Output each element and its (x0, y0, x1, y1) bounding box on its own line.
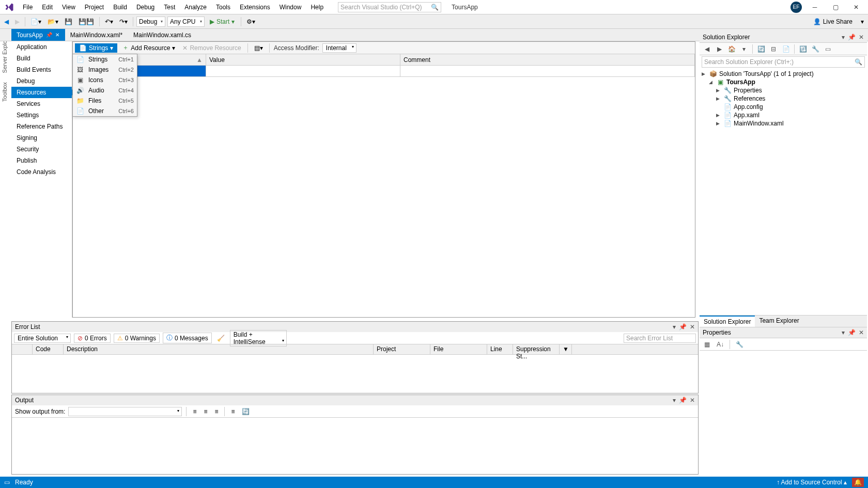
menu-view[interactable]: View (58, 2, 80, 13)
se-preview[interactable]: ▭ (823, 44, 833, 54)
dd-images[interactable]: 🖼ImagesCtrl+2 (73, 65, 137, 75)
menu-file[interactable]: File (19, 2, 37, 13)
expand-icon[interactable]: ▶ (716, 113, 721, 118)
undo-button[interactable]: ↶▾ (103, 17, 115, 26)
se-fwd[interactable]: ▶ (714, 44, 724, 54)
pin-icon[interactable]: 📌 (848, 34, 856, 41)
el-col-icon[interactable] (12, 344, 33, 354)
redo-button[interactable]: ↷▾ (117, 17, 130, 26)
access-modifier-select[interactable]: Internal (322, 43, 357, 53)
tab-toursapp[interactable]: ToursApp 📌 ✕ (11, 29, 65, 41)
tab-mainwindow-xaml-cs[interactable]: MainWindow.xaml.cs (128, 29, 197, 41)
live-share-button[interactable]: 👤 Live Share (809, 17, 857, 26)
user-avatar[interactable]: EF (791, 2, 802, 13)
se-showall[interactable]: 📄 (781, 44, 791, 54)
se-collapse[interactable]: ⊟ (768, 44, 779, 54)
save-all-button[interactable]: 💾💾 (76, 17, 96, 26)
tree-properties[interactable]: ▶🔧Properties (702, 86, 865, 95)
build-intellisense-select[interactable]: Build + IntelliSense (230, 330, 287, 347)
menu-project[interactable]: Project (81, 2, 108, 13)
value-cell[interactable] (206, 66, 400, 76)
prop-tab-publish[interactable]: Publish (11, 155, 72, 166)
el-col-file[interactable]: File (430, 344, 487, 354)
rail-toolbox[interactable]: Toolbox (0, 77, 11, 106)
menu-window[interactable]: Window (275, 2, 306, 13)
el-col-line[interactable]: Line (487, 344, 513, 354)
notifications-icon[interactable]: 🔔 (852, 478, 864, 487)
dd-strings[interactable]: 📄StringsCtrl+1 (73, 54, 137, 65)
expand-icon[interactable]: ▶ (702, 71, 707, 76)
tree-app-config[interactable]: 📄App.config (702, 103, 865, 111)
prop-tab-debug[interactable]: Debug (11, 75, 72, 87)
expand-icon[interactable]: ▶ (716, 121, 721, 126)
project-node[interactable]: ◢ ▣ ToursApp (702, 78, 865, 86)
el-col-suppression-st---[interactable]: Suppression St... (513, 344, 560, 354)
warnings-filter[interactable]: ⚠0 Warnings (114, 334, 160, 343)
menu-analyze[interactable]: Analyze (180, 2, 211, 13)
comment-cell[interactable] (400, 66, 695, 76)
se-home[interactable]: 🏠 (726, 44, 737, 54)
se-sync[interactable]: 🔄 (756, 44, 766, 54)
col-comment-header[interactable]: Comment (400, 54, 695, 65)
dropdown-icon[interactable]: ▾ (673, 397, 676, 404)
dd-files[interactable]: 📁FilesCtrl+5 (73, 96, 137, 106)
dropdown-icon[interactable]: ▾ (673, 323, 676, 330)
out-btn-1[interactable]: ≡ (191, 407, 198, 416)
step-button[interactable]: ⚙▾ (244, 17, 257, 26)
resource-grid-row[interactable]: ▶* (73, 66, 695, 77)
pin-icon[interactable]: 📌 (848, 329, 856, 336)
out-btn-4[interactable]: ≡ (229, 407, 237, 416)
prop-tab-build-events[interactable]: Build Events (11, 64, 72, 75)
prop-tab-settings[interactable]: Settings (11, 109, 72, 121)
minimize-button[interactable]: ─ (807, 2, 823, 13)
close-icon[interactable]: ✕ (55, 32, 59, 38)
prop-tab-code-analysis[interactable]: Code Analysis (11, 166, 72, 178)
close-icon[interactable]: ✕ (690, 323, 695, 330)
resource-type-button[interactable]: 📄 Strings ▾ (75, 43, 117, 53)
save-button[interactable]: 💾 (63, 17, 74, 26)
tab-mainwindow-xaml-[interactable]: MainWindow.xaml* (65, 29, 128, 41)
el-col-project[interactable]: Project (374, 344, 430, 354)
menu-help[interactable]: Help (306, 2, 328, 13)
new-project-button[interactable]: 📄▾ (28, 17, 43, 26)
search-box[interactable]: Search Visual Studio (Ctrl+Q) 🔍 (338, 2, 441, 12)
maximize-button[interactable]: ▢ (828, 2, 843, 13)
out-btn-3[interactable]: ≡ (212, 407, 220, 416)
add-resource-button[interactable]: ＋ Add Resource ▾ (120, 42, 177, 53)
se-refresh[interactable]: 🔃 (798, 44, 808, 54)
filter-icon[interactable]: ▼ (560, 344, 572, 354)
tree-mainwindow-xaml[interactable]: ▶📄MainWindow.xaml (702, 119, 865, 128)
view-button[interactable]: ▤▾ (252, 43, 265, 53)
prop-tab-reference-paths[interactable]: Reference Paths (11, 121, 72, 132)
output-source-select[interactable] (68, 407, 182, 416)
menu-build[interactable]: Build (109, 2, 131, 13)
nav-back-button[interactable]: ◀ (2, 17, 11, 26)
panel-tab-team-explorer[interactable]: Team Explorer (755, 316, 803, 327)
menu-edit[interactable]: Edit (38, 2, 57, 13)
prop-tab-build[interactable]: Build (11, 53, 72, 64)
pin-icon[interactable]: 📌 (679, 323, 687, 330)
se-back[interactable]: ◀ (702, 44, 712, 54)
expand-icon[interactable]: ▶ (716, 88, 721, 93)
menu-test[interactable]: Test (160, 2, 179, 13)
menu-extensions[interactable]: Extensions (236, 2, 274, 13)
dropdown-icon[interactable]: ▾ (842, 34, 845, 41)
el-col-code[interactable]: Code (33, 344, 64, 354)
expand-icon[interactable]: ◢ (709, 80, 714, 85)
errors-filter[interactable]: ⊘0 Errors (74, 334, 111, 343)
alpha-button[interactable]: A↓ (715, 339, 725, 350)
se-props[interactable]: 🔧 (810, 44, 820, 54)
panel-tab-solution-explorer[interactable]: Solution Explorer (700, 316, 755, 327)
expand-icon[interactable]: ▶ (716, 96, 721, 101)
solution-search[interactable]: Search Solution Explorer (Ctrl+;) 🔍 (702, 56, 865, 68)
prop-tab-signing[interactable]: Signing (11, 132, 72, 144)
out-btn-2[interactable]: ≡ (202, 407, 209, 416)
pin-icon[interactable]: 📌 (679, 397, 687, 404)
wrench-button[interactable]: 🔧 (734, 339, 745, 350)
out-btn-5[interactable]: 🔄 (240, 407, 252, 416)
prop-tab-security[interactable]: Security (11, 144, 72, 155)
close-icon[interactable]: ✕ (859, 34, 864, 41)
solution-node[interactable]: ▶ 📦 Solution 'ToursApp' (1 of 1 project) (702, 70, 865, 78)
start-button[interactable]: ▶ Start ▾ (207, 17, 238, 26)
menu-tools[interactable]: Tools (212, 2, 235, 13)
